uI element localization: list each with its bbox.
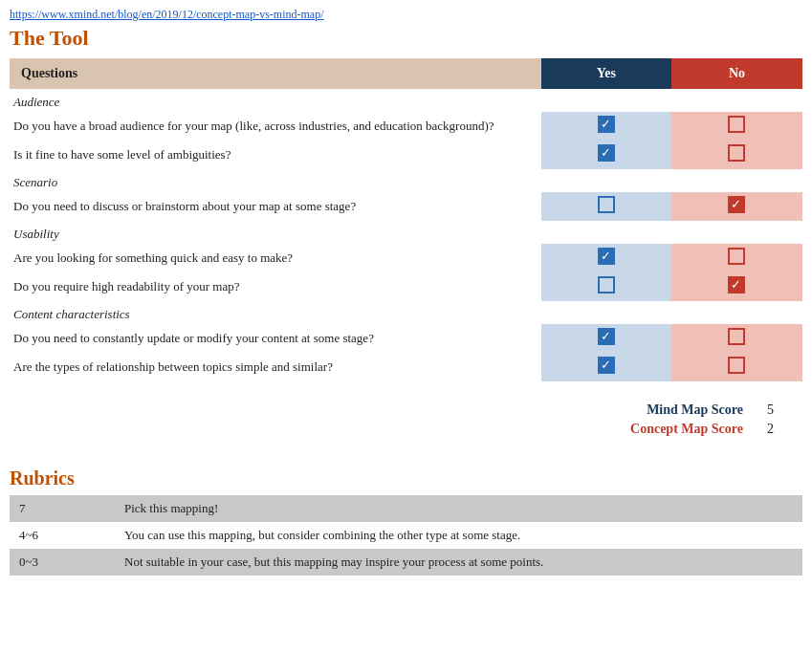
rubric-row: 7 Pick this mapping! xyxy=(10,495,802,522)
questions-table: Questions Yes No AudienceDo you have a b… xyxy=(10,58,802,381)
checkbox-checked-no xyxy=(728,196,745,213)
yes-checkbox-cell[interactable] xyxy=(541,141,671,169)
question-cell: Is it fine to have some level of ambigui… xyxy=(10,141,541,169)
checkbox-empty-no xyxy=(728,144,745,162)
page-title: The Tool xyxy=(10,26,802,51)
top-link[interactable]: https://www.xmind.net/blog/en/2019/12/co… xyxy=(10,8,802,22)
no-checkbox-cell[interactable] xyxy=(671,192,802,221)
rubric-range: 0~3 xyxy=(10,549,115,576)
rubric-description: Not suitable in your case, but this mapp… xyxy=(115,549,802,576)
rubric-range: 7 xyxy=(10,495,115,522)
yes-checkbox-cell[interactable] xyxy=(541,353,671,381)
checkbox-empty-yes xyxy=(598,196,615,213)
rubric-row: 0~3 Not suitable in your case, but this … xyxy=(10,549,802,576)
yes-checkbox-cell[interactable] xyxy=(541,324,671,353)
checkbox-empty-yes xyxy=(598,276,615,293)
category-label: Usability xyxy=(10,221,802,244)
question-cell: Do you need to constantly update or modi… xyxy=(10,324,541,353)
rubric-description: Pick this mapping! xyxy=(115,495,802,522)
yes-checkbox-cell[interactable] xyxy=(541,192,671,221)
category-label: Audience xyxy=(10,89,802,112)
table-row: Do you need to constantly update or modi… xyxy=(10,324,802,353)
mind-map-score-value: 5 xyxy=(755,402,774,418)
question-cell: Are you looking for something quick and … xyxy=(10,244,541,272)
concept-map-score-label: Concept Map Score xyxy=(630,422,743,437)
table-row: Are you looking for something quick and … xyxy=(10,244,802,272)
category-row: Usability xyxy=(10,221,802,244)
checkbox-empty-no xyxy=(728,328,745,345)
category-row: Audience xyxy=(10,89,802,112)
table-row: Do you require high readability of your … xyxy=(10,272,802,301)
checkbox-checked-yes xyxy=(598,328,615,345)
yes-header: Yes xyxy=(541,58,671,89)
question-cell: Are the types of relationship between to… xyxy=(10,353,541,381)
checkbox-checked-yes xyxy=(598,116,615,133)
no-checkbox-cell[interactable] xyxy=(671,324,802,353)
rubric-range: 4~6 xyxy=(10,522,115,549)
category-row: Content characteristics xyxy=(10,301,802,324)
no-checkbox-cell[interactable] xyxy=(671,244,802,272)
table-row: Do you have a broad audience for your ma… xyxy=(10,112,802,141)
category-row: Scenario xyxy=(10,169,802,192)
checkbox-checked-yes xyxy=(598,248,615,265)
question-cell: Do you have a broad audience for your ma… xyxy=(10,112,541,141)
checkbox-checked-yes xyxy=(598,144,615,162)
checkbox-checked-yes xyxy=(598,357,615,374)
yes-checkbox-cell[interactable] xyxy=(541,244,671,272)
question-cell: Do you need to discuss or brainstorm abo… xyxy=(10,192,541,221)
yes-checkbox-cell[interactable] xyxy=(541,112,671,141)
no-header: No xyxy=(671,58,802,89)
checkbox-empty-no xyxy=(728,357,745,374)
yes-checkbox-cell[interactable] xyxy=(541,272,671,301)
rubric-description: You can use this mapping, but consider c… xyxy=(115,522,802,549)
table-row: Are the types of relationship between to… xyxy=(10,353,802,381)
rubrics-table: 7 Pick this mapping! 4~6 You can use thi… xyxy=(10,495,802,576)
concept-map-score-row: Concept Map Score 2 xyxy=(10,422,774,437)
table-row: Is it fine to have some level of ambigui… xyxy=(10,141,802,169)
questions-header: Questions xyxy=(10,58,541,89)
checkbox-empty-no xyxy=(728,116,745,133)
category-label: Content characteristics xyxy=(10,301,802,324)
mind-map-score-label: Mind Map Score xyxy=(647,402,743,418)
table-row: Do you need to discuss or brainstorm abo… xyxy=(10,192,802,221)
concept-map-score-value: 2 xyxy=(755,422,774,437)
mind-map-score-row: Mind Map Score 5 xyxy=(10,402,774,418)
scores-section: Mind Map Score 5 Concept Map Score 2 xyxy=(10,393,793,460)
no-checkbox-cell[interactable] xyxy=(671,353,802,381)
rubric-row: 4~6 You can use this mapping, but consid… xyxy=(10,522,802,549)
no-checkbox-cell[interactable] xyxy=(671,112,802,141)
checkbox-checked-no xyxy=(728,276,745,293)
no-checkbox-cell[interactable] xyxy=(671,141,802,169)
question-cell: Do you require high readability of your … xyxy=(10,272,541,301)
rubrics-title: Rubrics xyxy=(10,467,802,489)
no-checkbox-cell[interactable] xyxy=(671,272,802,301)
category-label: Scenario xyxy=(10,169,802,192)
checkbox-empty-no xyxy=(728,248,745,265)
